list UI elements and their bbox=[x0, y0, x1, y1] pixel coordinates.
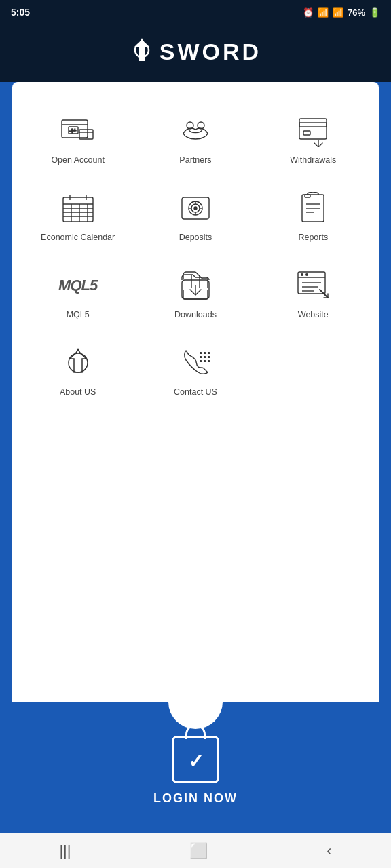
website-label: Website bbox=[298, 310, 329, 319]
open-account-item[interactable]: -$+ Open Account bbox=[19, 102, 136, 173]
alarm-icon: ⏰ bbox=[303, 7, 314, 18]
svg-rect-47 bbox=[208, 352, 210, 354]
deposits-label: Deposits bbox=[179, 233, 212, 242]
reports-icon bbox=[292, 191, 334, 226]
login-button[interactable]: ✓ LOGIN NOW bbox=[126, 722, 265, 812]
nav-back-button[interactable]: ‹ bbox=[313, 835, 345, 867]
withdrawals-label: Withdrawals bbox=[290, 155, 336, 165]
logo: SWORD bbox=[130, 37, 261, 67]
open-account-icon: -$+ bbox=[57, 113, 99, 149]
nav-menu-button[interactable]: ||| bbox=[45, 835, 84, 867]
wifi-icon: 📶 bbox=[318, 7, 329, 18]
economic-calendar-item[interactable]: Economic Calendar bbox=[19, 180, 136, 250]
contact-us-item[interactable]: Contact US bbox=[136, 334, 254, 405]
website-icon bbox=[292, 268, 334, 303]
economic-calendar-icon bbox=[57, 191, 99, 226]
svg-rect-52 bbox=[204, 360, 206, 362]
svg-rect-48 bbox=[200, 356, 202, 358]
battery-icon: 🔋 bbox=[369, 7, 380, 18]
svg-point-44 bbox=[69, 353, 88, 372]
partners-label: Partners bbox=[179, 155, 211, 165]
menu-grid: -$+ Open Account Partners bbox=[19, 96, 372, 412]
mql5-icon: MQL5 bbox=[57, 268, 99, 303]
login-label: LOGIN NOW bbox=[153, 791, 238, 806]
menu-card: -$+ Open Account Partners bbox=[12, 82, 379, 702]
svg-point-40 bbox=[305, 273, 308, 276]
status-icons: ⏰ 📶 📶 76% 🔋 bbox=[303, 7, 380, 18]
svg-rect-50 bbox=[208, 356, 210, 358]
lock-check-mark: ✓ bbox=[188, 750, 204, 772]
svg-rect-46 bbox=[204, 352, 206, 354]
time: 5:05 bbox=[11, 7, 30, 18]
svg-rect-49 bbox=[204, 356, 206, 358]
reports-item[interactable]: Reports bbox=[255, 180, 372, 250]
partners-icon bbox=[174, 113, 217, 149]
nav-home-button[interactable]: ⬜ bbox=[176, 835, 221, 867]
about-us-item[interactable]: About US bbox=[19, 334, 136, 405]
reports-label: Reports bbox=[298, 233, 328, 242]
battery-level: 76% bbox=[348, 7, 365, 18]
svg-rect-31 bbox=[305, 195, 310, 197]
partners-item[interactable]: Partners bbox=[136, 102, 254, 173]
svg-rect-10 bbox=[299, 123, 327, 127]
contact-us-label: Contact US bbox=[174, 387, 217, 397]
contact-us-icon bbox=[174, 345, 217, 380]
svg-rect-51 bbox=[200, 360, 202, 362]
deposits-icon bbox=[174, 191, 217, 226]
downloads-item[interactable]: Downloads bbox=[136, 257, 254, 328]
svg-rect-53 bbox=[208, 360, 210, 362]
mql5-item[interactable]: MQL5 MQL5 bbox=[19, 257, 136, 328]
bottom-nav-bar: ||| ⬜ ‹ bbox=[0, 833, 391, 868]
withdrawals-icon bbox=[292, 113, 334, 149]
svg-point-25 bbox=[194, 207, 197, 210]
open-account-label: Open Account bbox=[51, 155, 105, 165]
signal-icon: 📶 bbox=[333, 7, 343, 18]
svg-point-39 bbox=[301, 273, 303, 276]
login-section: ✓ LOGIN NOW bbox=[0, 702, 391, 833]
logo-text: SWORD bbox=[160, 39, 261, 65]
header: SWORD bbox=[0, 24, 391, 82]
downloads-icon bbox=[174, 268, 217, 303]
mql5-label: MQL5 bbox=[67, 310, 90, 319]
logo-icon bbox=[130, 37, 154, 67]
mql5-text-label: MQL5 bbox=[58, 277, 97, 294]
svg-rect-9 bbox=[299, 119, 327, 139]
about-us-label: About US bbox=[60, 387, 96, 397]
svg-text:-$+: -$+ bbox=[69, 128, 76, 134]
deposits-item[interactable]: Deposits bbox=[136, 180, 254, 250]
status-bar: 5:05 ⏰ 📶 📶 76% 🔋 bbox=[0, 0, 391, 24]
svg-rect-45 bbox=[200, 352, 202, 354]
withdrawals-item[interactable]: Withdrawals bbox=[255, 102, 372, 173]
website-item[interactable]: Website bbox=[255, 257, 372, 328]
svg-rect-12 bbox=[63, 197, 93, 222]
economic-calendar-label: Economic Calendar bbox=[41, 233, 115, 242]
about-us-icon bbox=[57, 345, 99, 380]
downloads-label: Downloads bbox=[174, 310, 217, 319]
svg-rect-11 bbox=[303, 131, 310, 135]
lock-icon: ✓ bbox=[172, 736, 219, 783]
